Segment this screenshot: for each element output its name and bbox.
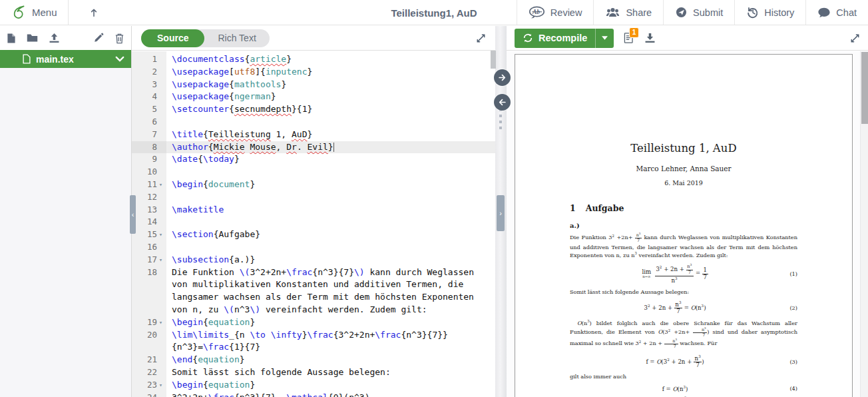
divider-drag-handle[interactable]	[499, 109, 502, 129]
code-line[interactable]: 10	[132, 166, 495, 179]
line-number-gutter: 18	[132, 266, 166, 316]
pdf-section-number: 1	[570, 203, 576, 213]
upload-file-button[interactable]	[49, 33, 60, 43]
code-line-text: \begin{equation}	[166, 316, 495, 329]
code-line-text: Somit lässt sich folgende Aussage belege…	[166, 366, 495, 379]
history-label: History	[764, 7, 794, 18]
arrow-left-icon	[498, 98, 507, 107]
code-line[interactable]: 15▾\section{Aufgabe}	[132, 228, 495, 241]
folder-icon	[27, 33, 38, 43]
recompile-button[interactable]: Recompile	[515, 29, 595, 48]
code-line[interactable]: 7\title{Teilleistung 1, AuD}	[132, 129, 495, 141]
line-number-gutter: 8	[132, 141, 166, 154]
line-number-gutter: 15▾	[132, 228, 166, 241]
pdf-expand-button[interactable]	[850, 33, 860, 43]
collapse-file-tree-handle[interactable]: ‹	[130, 195, 136, 234]
fold-arrow-icon[interactable]: ▾	[157, 316, 164, 329]
share-button[interactable]: Share	[593, 0, 663, 25]
pdf-scrollbar[interactable]	[860, 51, 868, 397]
code-editor[interactable]: 1\documentclass{article}2\usepackage[utf…	[132, 51, 495, 397]
sync-to-code-button[interactable]	[494, 94, 511, 111]
history-button[interactable]: History	[734, 0, 805, 25]
code-line[interactable]: 243^2+2n+\frac{n^3}{7} =\mathcal{O}(n^3)	[132, 392, 495, 397]
back-to-projects-button[interactable]	[69, 0, 119, 25]
review-bubble-icon: Ab	[529, 6, 545, 19]
line-number-gutter: 17▾	[132, 254, 166, 266]
rename-file-button[interactable]	[93, 33, 104, 43]
pdf-section-title: Aufgabe	[586, 203, 624, 213]
pdf-subsection-heading: a.)	[570, 222, 797, 229]
line-number-gutter: 4	[132, 91, 166, 103]
code-line-text: Die Funktion \(3^2+2n+\frac{n^3}{7}\) ka…	[166, 266, 495, 316]
editor-scrollbar-thumb[interactable]	[491, 51, 496, 69]
pdf-scrollbar-thumb[interactable]	[861, 52, 868, 124]
tab-source[interactable]: Source	[141, 29, 204, 47]
code-line-text: \usepackage[utf8]{inputenc}	[166, 66, 495, 79]
code-line[interactable]: 11▾\begin{document}	[132, 179, 495, 191]
equation-body: 32 + 2n + n37 = O(n3)	[570, 300, 780, 316]
new-file-button[interactable]	[7, 33, 16, 44]
code-line[interactable]: 23▾\begin{equation}	[132, 379, 495, 392]
code-line-text: \date{\today}	[166, 153, 495, 166]
code-line[interactable]: 19▾\begin{equation}	[132, 316, 495, 329]
download-pdf-button[interactable]	[644, 33, 656, 43]
project-title[interactable]: Teilleistung1, AuD	[391, 7, 477, 19]
pdf-doc-title: Teilleistung 1, AuD	[570, 142, 797, 155]
fold-arrow-icon[interactable]: ▾	[157, 254, 164, 266]
tab-rich-text[interactable]: Rich Text	[204, 29, 269, 47]
download-icon	[644, 33, 656, 43]
sync-to-pdf-button[interactable]	[494, 69, 511, 86]
pdf-viewer[interactable]: Teilleistung 1, AuD Marco Lehner, Anna S…	[507, 51, 868, 397]
logs-button[interactable]: 1	[624, 32, 634, 44]
code-line[interactable]: 14	[132, 216, 495, 228]
code-line[interactable]: 21\end{equation}	[132, 354, 495, 366]
code-line-text: \setcounter{secnumdepth}{1}	[166, 103, 495, 116]
review-button[interactable]: Ab Review	[517, 0, 594, 25]
menu-button[interactable]: Menu	[0, 0, 68, 25]
code-line[interactable]: 22Somit lässt sich folgende Aussage bele…	[132, 366, 495, 379]
pdf-equation: 32 + 2n + n37 = O(n3) (2)	[570, 300, 797, 316]
code-line[interactable]: 20\lim\limits_{n \to \infty}\frac{3^2+2n…	[132, 329, 495, 354]
collapse-editor-handle[interactable]: ›	[497, 195, 505, 231]
code-line[interactable]: 3\usepackage{mathtools}	[132, 79, 495, 91]
recompile-dropdown-button[interactable]	[595, 29, 614, 48]
chat-bubble-icon	[817, 7, 831, 19]
chevron-down-icon[interactable]	[115, 56, 124, 62]
pdf-paragraph: Somit lässt sich folgende Aussage belege…	[570, 288, 797, 296]
code-line[interactable]: 13\maketitle	[132, 204, 495, 216]
caret-down-icon	[602, 36, 608, 40]
code-line[interactable]: 5\setcounter{secnumdepth}{1}	[132, 103, 495, 116]
new-file-icon	[7, 33, 16, 44]
code-line[interactable]: 2\usepackage[utf8]{inputenc}	[132, 66, 495, 79]
code-line[interactable]: 4\usepackage{ngerman}	[132, 91, 495, 103]
fold-arrow-icon[interactable]: ▾	[157, 379, 164, 392]
editor-pane: Source Rich Text 1\documentclass{article…	[132, 26, 495, 397]
code-line[interactable]: 16	[132, 241, 495, 254]
fold-arrow-icon[interactable]: ▾	[157, 179, 164, 191]
code-line[interactable]: 9\date{\today}	[132, 153, 495, 166]
code-line[interactable]: 1\documentclass{article}	[132, 53, 495, 66]
overleaf-logo-icon	[11, 5, 26, 20]
pdf-toolbar: Recompile 1	[507, 26, 868, 51]
new-folder-button[interactable]	[27, 33, 38, 43]
equation-tag: (3)	[780, 358, 797, 365]
code-line-text	[166, 216, 495, 228]
code-line-text	[166, 241, 495, 254]
code-line[interactable]: 17▾\subsection{a.)}	[132, 254, 495, 266]
code-line[interactable]: 6	[132, 116, 495, 129]
review-label: Review	[550, 7, 582, 18]
pdf-page-content: Teilleistung 1, AuD Marco Lehner, Anna S…	[515, 55, 852, 397]
code-line[interactable]: 8\author{Mickie Mouse, Dr. Evil}	[132, 141, 495, 154]
fold-arrow-icon[interactable]: ▾	[157, 228, 164, 241]
delete-file-button[interactable]	[114, 33, 124, 44]
pdf-page[interactable]: Teilleistung 1, AuD Marco Lehner, Anna S…	[515, 54, 853, 397]
file-item-main-tex[interactable]: main.tex	[0, 50, 131, 68]
pdf-equation: limn→∞ 32 + 2n + n37n3 = 17 (1)	[570, 263, 797, 284]
expand-arrows-icon	[850, 33, 860, 43]
chat-button[interactable]: Chat	[805, 0, 868, 25]
code-line[interactable]: 12	[132, 191, 495, 204]
editor-expand-button[interactable]	[476, 33, 486, 43]
submit-button[interactable]: Submit	[663, 0, 734, 25]
line-number-gutter: 13	[132, 204, 166, 216]
code-line[interactable]: 18Die Funktion \(3^2+2n+\frac{n^3}{7}\) …	[132, 266, 495, 316]
